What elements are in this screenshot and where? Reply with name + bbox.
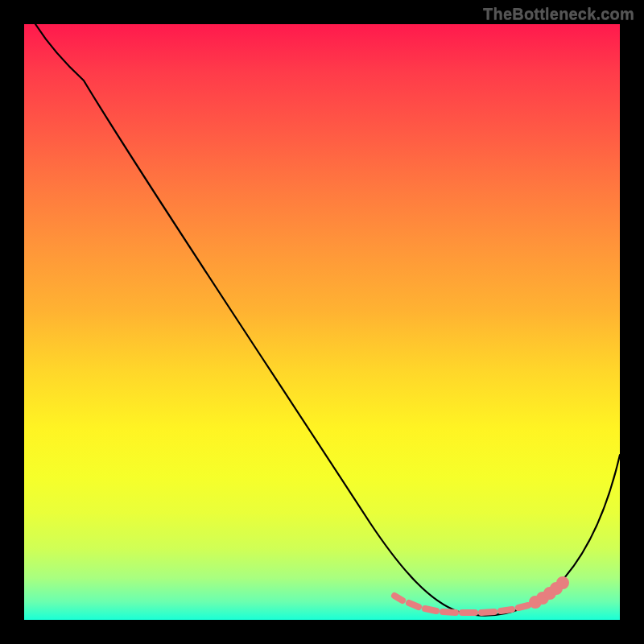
plot-area xyxy=(24,24,620,620)
svg-line-2 xyxy=(425,609,436,611)
svg-line-3 xyxy=(443,612,456,613)
svg-line-0 xyxy=(394,596,402,601)
svg-point-10 xyxy=(547,590,553,597)
svg-line-1 xyxy=(409,603,419,607)
chart-frame: TheBottleneck.com xyxy=(0,0,644,644)
svg-point-8 xyxy=(532,599,539,605)
svg-line-7 xyxy=(518,605,528,608)
watermark-text: TheBottleneck.com xyxy=(483,5,634,23)
bottleneck-curve xyxy=(35,24,620,616)
curve-layer xyxy=(24,24,620,620)
svg-point-11 xyxy=(553,585,559,592)
svg-point-12 xyxy=(559,580,566,586)
svg-line-5 xyxy=(481,612,494,613)
min-band-markers xyxy=(394,580,566,613)
svg-point-9 xyxy=(539,595,546,601)
svg-line-6 xyxy=(501,609,512,611)
